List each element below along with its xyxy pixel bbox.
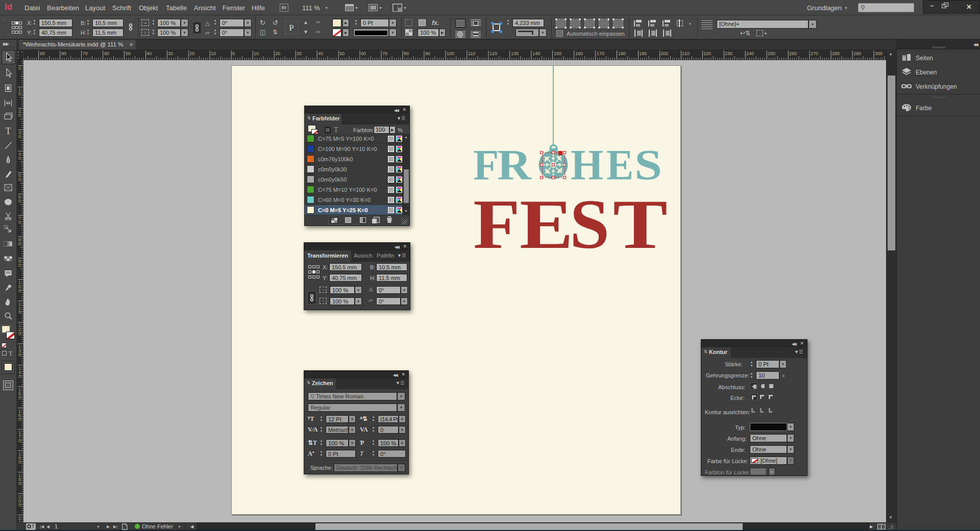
svg-text:T: T: [6, 126, 11, 136]
